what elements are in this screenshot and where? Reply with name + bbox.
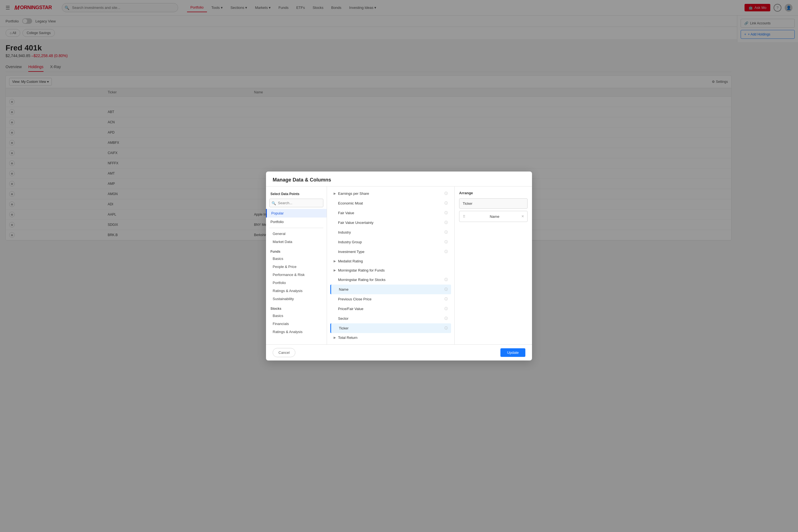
arrange-item-ticker: Ticker [459,198,528,209]
nav-portfolio[interactable]: Portfolio [266,217,327,226]
data-item-economic-moat[interactable]: ▶ Economic Moat ⓘ [330,198,451,208]
data-item-label: Earnings per Share [338,191,444,196]
nav-general[interactable]: General [266,230,327,238]
left-panel: Select Data Points 🔍 Popular Portfolio G… [266,187,327,245]
modal-overlay: Manage Data & Columns Select Data Points… [0,0,798,245]
data-item-label: Fair Value [338,211,444,215]
info-icon[interactable]: ⓘ [444,230,448,235]
info-icon[interactable]: ⓘ [444,211,448,215]
divider [269,228,323,228]
manage-columns-modal: Manage Data & Columns Select Data Points… [266,172,532,245]
info-icon[interactable]: ⓘ [444,220,448,225]
modal-body: Select Data Points 🔍 Popular Portfolio G… [266,187,532,245]
info-icon[interactable]: ⓘ [444,240,448,244]
left-search-area: 🔍 [266,197,327,209]
data-item-industry[interactable]: ▶ Industry ⓘ [330,227,451,237]
arrange-panel: Arrange Ticker ⠿ Name × [454,187,532,245]
ticker-label: Ticker [463,202,472,206]
arrange-item-name: ⠿ Name × [459,211,528,222]
data-item-label: Industry Group [338,240,444,244]
arrange-title: Arrange [459,191,528,195]
nav-popular[interactable]: Popular [266,209,327,217]
data-item-industry-group[interactable]: ▶ Industry Group ⓘ [330,237,451,245]
data-item-label: Fair Value Uncertainty [338,221,444,225]
data-item-label: Economic Moat [338,201,444,205]
expand-arrow-icon: ▶ [334,192,336,195]
nav-market-data[interactable]: Market Data [266,238,327,245]
info-icon[interactable]: ⓘ [444,201,448,206]
data-item-earnings-per-share[interactable]: ▶ Earnings per Share ⓘ [330,189,451,198]
data-item-label: Industry [338,230,444,234]
data-search-input[interactable] [269,199,323,207]
data-item-fair-value[interactable]: ▶ Fair Value ⓘ [330,208,451,218]
modal-title: Manage Data & Columns [273,177,525,183]
info-icon[interactable]: ⓘ [444,191,448,196]
modal-header: Manage Data & Columns [266,172,532,187]
name-label: Name [490,214,499,218]
remove-name-button[interactable]: × [521,214,524,219]
data-item-fair-value-uncertainty[interactable]: ▶ Fair Value Uncertainty ⓘ [330,218,451,227]
drag-handle-icon[interactable]: ⠿ [463,214,466,218]
center-panel: ▶ Earnings per Share ⓘ ▶ Economic Moat ⓘ… [327,187,454,245]
select-data-points-title: Select Data Points [266,190,327,197]
left-search-icon: 🔍 [271,201,276,205]
